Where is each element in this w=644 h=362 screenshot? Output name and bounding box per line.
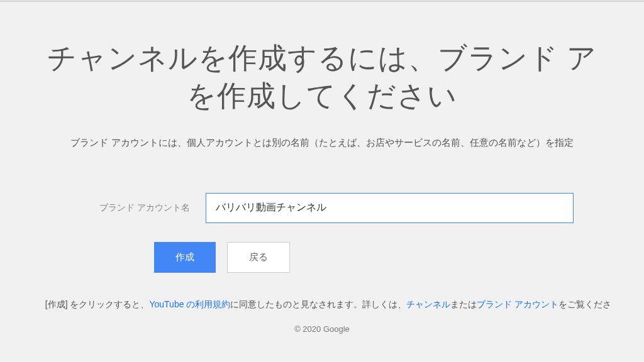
copyright: © 2020 Google (0, 324, 644, 334)
notice-text4: をご覧くださ (558, 299, 611, 309)
button-row: 作成 戻る (0, 242, 644, 273)
page-heading-line2: を作成してください (0, 77, 644, 115)
main-content: チャンネルを作成するには、ブランド ア を作成してください ブランド アカウント… (0, 2, 644, 334)
notice-text3: または (450, 299, 477, 309)
channel-link[interactable]: チャンネル (406, 299, 450, 309)
youtube-terms-link[interactable]: YouTube の利用規約 (149, 299, 230, 309)
page-description: ブランド アカウントには、個人アカウントとは別の名前（たとえば、お店やサービスの… (0, 137, 644, 149)
form-row: ブランド アカウント名 (0, 193, 644, 223)
brand-account-link[interactable]: ブランド アカウント (477, 299, 558, 309)
create-button[interactable]: 作成 (154, 242, 216, 273)
brand-account-name-input[interactable] (206, 193, 574, 223)
notice-text1: [作成] をクリックすると、 (45, 299, 150, 309)
back-button[interactable]: 戻る (227, 242, 290, 273)
footer-notice: [作成] をクリックすると、YouTube の利用規約に同意したものと見なされま… (0, 299, 644, 310)
page-heading-line1: チャンネルを作成するには、ブランド ア (0, 40, 644, 77)
notice-text2: に同意したものと見なされます。詳しくは、 (230, 299, 406, 309)
brand-account-name-label: ブランド アカウント名 (70, 202, 190, 214)
